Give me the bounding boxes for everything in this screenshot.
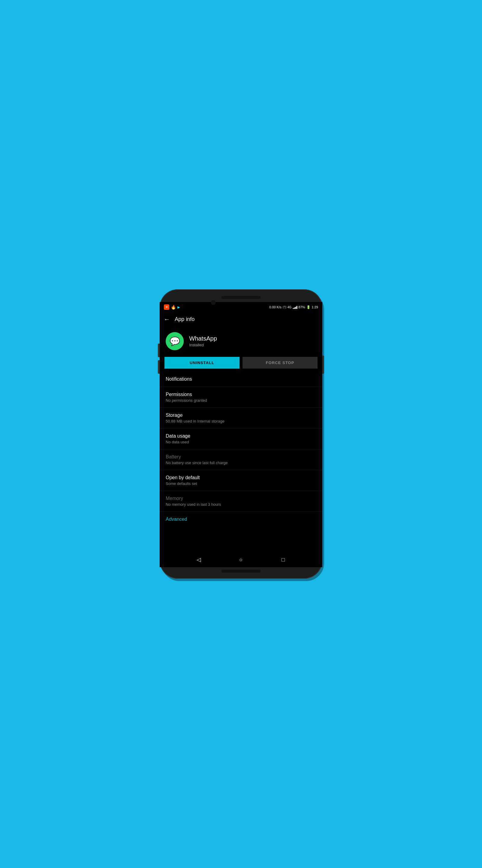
list-item-memory[interactable]: Memory No memory used in last 3 hours [160,491,322,512]
network-speed: 0.00 K/s [269,305,281,309]
battery-subtitle: No battery use since last full charge [166,461,316,465]
app-name: WhatsApp [189,335,217,342]
storage-title: Storage [166,412,316,418]
nav-back-button[interactable]: ◁ [193,554,205,566]
memory-title: Memory [166,496,316,501]
action-buttons: UNINSTALL FORCE STOP [164,357,318,369]
storage-subtitle: 50.88 MB used in Internal storage [166,419,316,424]
phone-device: 👁 🔥 ▶ 0.00 K/s 📳 4G 87% [160,289,322,579]
volume-up-button[interactable] [158,344,160,357]
nav-recent-button[interactable]: □ [277,554,289,566]
open-by-default-subtitle: Some defaults set [166,481,316,486]
list-item-storage[interactable]: Storage 50.88 MB used in Internal storag… [160,408,322,429]
camera [211,300,216,305]
nav-home-button[interactable]: ○ [235,554,247,566]
list-item-data-usage[interactable]: Data usage No data used [160,429,322,450]
speaker-bottom [221,569,261,572]
notifications-title: Notifications [166,376,316,382]
app-icon: 💬 [166,332,184,350]
bottom-nav: ◁ ○ □ [160,552,322,567]
battery-icon: 🔋 [307,305,311,309]
list-item-notifications[interactable]: Notifications [160,372,322,387]
fire-icon: 🔥 [171,305,176,310]
data-usage-subtitle: No data used [166,440,316,444]
list-item-permissions[interactable]: Permissions No permissions granted [160,387,322,408]
screen-content: 👁 🔥 ▶ 0.00 K/s 📳 4G 87% [160,302,322,567]
status-bar: 👁 🔥 ▶ 0.00 K/s 📳 4G 87% [160,302,322,312]
signal-bars [293,305,297,309]
permissions-title: Permissions [166,392,316,397]
settings-list: Notifications Permissions No permissions… [160,372,322,552]
app-bar-title: App info [175,316,195,322]
power-button[interactable] [322,355,324,374]
battery-percent: 87% [298,305,305,309]
advanced-text: Advanced [166,517,187,522]
app-details: WhatsApp Installed [189,335,217,347]
advanced-link[interactable]: Advanced [160,512,322,527]
force-stop-button[interactable]: FORCE STOP [243,357,318,369]
whatsapp-logo: 💬 [170,336,180,346]
battery-title: Battery [166,454,316,460]
list-item-open-by-default[interactable]: Open by default Some defaults set [160,470,322,491]
list-item-battery[interactable]: Battery No battery use since last full c… [160,450,322,470]
open-by-default-title: Open by default [166,475,316,480]
volume-down-button[interactable] [158,360,160,374]
app-bar: ← App info [160,312,322,327]
network-type: 4G [287,306,291,309]
reddit-icon: 👁 [164,304,169,310]
clock: 1:29 [312,305,318,309]
memory-subtitle: No memory used in last 3 hours [166,502,316,507]
data-usage-title: Data usage [166,433,316,439]
play-icon: ▶ [178,305,180,309]
permissions-subtitle: No permissions granted [166,398,316,403]
back-button[interactable]: ← [164,316,170,323]
speaker-top [221,296,261,299]
vibrate-icon: 📳 [283,306,286,309]
uninstall-button[interactable]: UNINSTALL [164,357,239,369]
status-icons-right: 0.00 K/s 📳 4G 87% 🔋 1:29 [269,305,318,309]
app-install-status: Installed [189,343,217,347]
app-info-section: 💬 WhatsApp Installed [160,327,322,355]
phone-screen: 👁 🔥 ▶ 0.00 K/s 📳 4G 87% [160,302,322,567]
status-icons-left: 👁 🔥 ▶ [164,304,180,310]
